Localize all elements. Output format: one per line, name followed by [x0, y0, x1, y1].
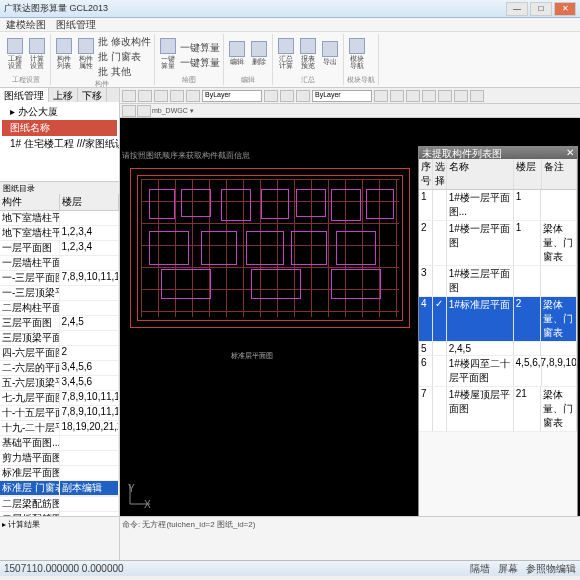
- table-row[interactable]: 11#楼一层平面图...1: [419, 190, 577, 221]
- table-row[interactable]: 71#楼屋顶层平面图21梁体量、门窗表: [419, 387, 577, 432]
- table-row[interactable]: 4✓1#标准层平面2梁体量、门窗表: [419, 297, 577, 342]
- left-panel: 图纸管理 上移 下移 ▸ 办公大厦图纸名称1# 住宅楼工程 ///家图纸识别_1…: [0, 88, 120, 516]
- list-row[interactable]: 一-三层顶梁平面...: [0, 286, 119, 301]
- floor-plan-drawing: 标准层平面图: [130, 168, 410, 328]
- window-title: 广联达图形算量 GCL2013: [4, 2, 506, 15]
- extract-panel[interactable]: 未提取构件列表图✕ 序号 选择 名称 楼层 备注 11#楼一层平面图...121…: [418, 146, 578, 516]
- vt-btn[interactable]: [122, 90, 136, 102]
- viewport-toolbar: ByLayer ByLayer: [120, 88, 580, 104]
- panel-title: 未提取构件列表图: [422, 147, 502, 159]
- left-tab-drawings[interactable]: 图纸管理: [0, 88, 49, 102]
- ribbon-project-settings[interactable]: 工程设置: [5, 35, 25, 71]
- list-row[interactable]: 地下室墙柱平面...: [0, 211, 119, 226]
- minimize-button[interactable]: —: [506, 2, 528, 16]
- ribbon-summary[interactable]: 汇总计算: [276, 35, 296, 71]
- status-bar: 1507110.000000 0.000000 隔墙 屏幕 参照物编辑: [0, 560, 580, 576]
- menu-tabs: 建模绘图 图纸管理: [0, 18, 580, 32]
- ribbon-component-props[interactable]: 构件属性: [76, 35, 96, 71]
- list-row[interactable]: 十-十五层平面图7,8,9,10,11,12,13,8...: [0, 406, 119, 421]
- ribbon: 工程设置 计算设置 工程设置 构件列表 构件属性 批 修改构件批 门窗表批 其他…: [0, 32, 580, 88]
- list-row[interactable]: 二层板配筋图: [0, 512, 119, 516]
- maximize-button[interactable]: □: [530, 2, 552, 16]
- tree-node[interactable]: 1# 住宅楼工程 ///家图纸识别_1: [2, 136, 117, 152]
- layer-combo[interactable]: ByLayer: [202, 90, 262, 102]
- list-row[interactable]: 基础平面图...: [0, 436, 119, 451]
- list-row[interactable]: 二层梁配筋图: [0, 497, 119, 512]
- list-title: 图纸目录: [0, 182, 119, 194]
- ribbon-nav[interactable]: 模块导航: [347, 35, 367, 71]
- list-row[interactable]: 十九-二十层平面...18,19,20,21,22,9,10...: [0, 421, 119, 436]
- drawing-list[interactable]: 构件 楼层 地下室墙柱平面...地下室墙柱平面...1,2,3,4一层平面图1,…: [0, 194, 119, 516]
- close-button[interactable]: ✕: [554, 2, 576, 16]
- list-row[interactable]: 剪力墙平面图...: [0, 451, 119, 466]
- bottom-panel: ▸ 计算结果 命令: 无方程(tuichen_id=2 图纸_id=2): [0, 516, 580, 560]
- ribbon-report[interactable]: 报表预览: [298, 35, 318, 71]
- ribbon-edit[interactable]: 编辑: [227, 35, 247, 71]
- table-row[interactable]: 21#楼一层平面图1梁体量、门窗表: [419, 221, 577, 266]
- list-row[interactable]: 一层平面图1,2,3,4: [0, 241, 119, 256]
- list-row[interactable]: 标准层 门窗表副本编辑: [0, 481, 119, 496]
- list-row[interactable]: 一-三层平面图7,8,9,10,11,12,13,2,5,6: [0, 271, 119, 286]
- status-item[interactable]: 屏幕: [498, 562, 518, 576]
- ribbon-export[interactable]: 导出: [320, 35, 340, 71]
- window-titlebar: 广联达图形算量 GCL2013 — □ ✕: [0, 0, 580, 18]
- panel-close-icon[interactable]: ✕: [566, 147, 574, 159]
- ribbon-calc-settings[interactable]: 计算设置: [27, 35, 47, 71]
- list-row[interactable]: 地下室墙柱平面...1,2,3,4: [0, 226, 119, 241]
- table-row[interactable]: 61#楼四至二十层平面图4,5,6,7,8,9,10,11,12,13: [419, 356, 577, 387]
- list-row[interactable]: 七-九层平面图7,8,9,10,11,12,13,7...: [0, 391, 119, 406]
- ribbon-oneclick[interactable]: 一键算量: [158, 35, 178, 71]
- cad-viewport[interactable]: ByLayer ByLayer mb_DWGC ▾ 请按照图纸顺序来获取构件截面…: [120, 88, 580, 516]
- command-line[interactable]: 命令: 无方程(tuichen_id=2 图纸_id=2): [120, 517, 580, 560]
- left-tab-down[interactable]: 下移: [78, 88, 107, 102]
- left-tab-up[interactable]: 上移: [49, 88, 78, 102]
- ucs-axis-icon: YX: [126, 478, 156, 510]
- status-item[interactable]: 参照物编辑: [526, 562, 576, 576]
- list-row[interactable]: 四-六层平面图2: [0, 346, 119, 361]
- canvas-banner: 请按照图纸顺序来获取构件截面信息: [122, 150, 250, 161]
- table-row[interactable]: 31#楼三层平面图: [419, 266, 577, 297]
- color-combo[interactable]: ByLayer: [312, 90, 372, 102]
- tree-node[interactable]: ▸ 办公大厦: [2, 104, 117, 120]
- menu-tab-drawing-mgmt[interactable]: 图纸管理: [56, 18, 96, 31]
- drawing-tree[interactable]: ▸ 办公大厦图纸名称1# 住宅楼工程 ///家图纸识别_1: [0, 102, 119, 182]
- menu-tab-modeling[interactable]: 建模绘图: [6, 18, 46, 31]
- status-item[interactable]: 隔墙: [470, 562, 490, 576]
- result-tree[interactable]: ▸ 计算结果: [0, 517, 120, 560]
- list-row[interactable]: 二-六层的平面图3,4,5,6: [0, 361, 119, 376]
- coords-display: 1507110.000000 0.000000: [4, 563, 124, 574]
- list-row[interactable]: 三层平面图2,4,5: [0, 316, 119, 331]
- cad-canvas[interactable]: 请按照图纸顺序来获取构件截面信息 标准层平面图: [120, 118, 580, 516]
- list-row[interactable]: 五-六层顶梁平面...3,4,5,6: [0, 376, 119, 391]
- drawing-title: 标准层平面图: [231, 351, 273, 361]
- table-row[interactable]: 52,4,5: [419, 342, 577, 356]
- list-row[interactable]: 一层墙柱平面图: [0, 256, 119, 271]
- tree-node[interactable]: 图纸名称: [2, 120, 117, 136]
- ribbon-component-list[interactable]: 构件列表: [54, 35, 74, 71]
- list-row[interactable]: 标准层平面图...: [0, 466, 119, 481]
- list-row[interactable]: 三层顶梁平面图: [0, 331, 119, 346]
- ribbon-delete[interactable]: 删除: [249, 35, 269, 71]
- list-row[interactable]: 二层构柱平面...: [0, 301, 119, 316]
